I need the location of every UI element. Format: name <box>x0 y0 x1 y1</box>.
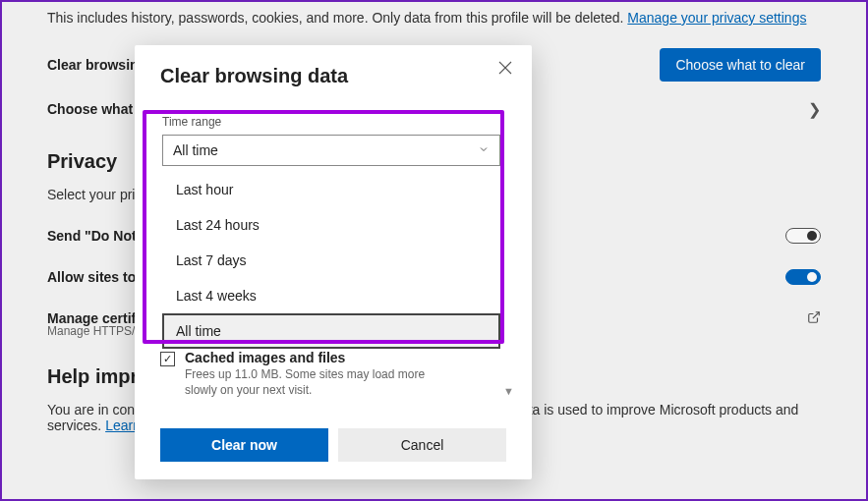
chevron-down-icon <box>478 142 490 158</box>
time-range-dropdown: Last hour Last 24 hours Last 7 days Last… <box>162 172 500 349</box>
option-last-hour[interactable]: Last hour <box>162 172 500 207</box>
scroll-down-icon[interactable]: ▼ <box>503 385 514 397</box>
dialog-title: Clear browsing data <box>160 65 506 87</box>
cached-images-label: Cached images and files <box>185 350 460 365</box>
cached-images-subtext: Frees up 11.0 MB. Some sites may load mo… <box>185 367 460 398</box>
option-last-7-days[interactable]: Last 7 days <box>162 243 500 278</box>
time-range-value: All time <box>173 142 218 158</box>
clear-now-button[interactable]: Clear now <box>160 428 328 462</box>
option-last-4-weeks[interactable]: Last 4 weeks <box>162 278 500 313</box>
option-last-24-hours[interactable]: Last 24 hours <box>162 207 500 243</box>
option-all-time[interactable]: All time <box>162 313 500 349</box>
close-icon[interactable] <box>496 59 514 77</box>
cached-images-checkbox[interactable]: ✓ <box>160 352 175 366</box>
time-range-select[interactable]: All time <box>162 135 500 166</box>
time-range-label: Time range <box>162 115 506 129</box>
clear-browsing-data-dialog: Clear browsing data Time range All time … <box>135 45 532 479</box>
cancel-button[interactable]: Cancel <box>338 428 506 462</box>
